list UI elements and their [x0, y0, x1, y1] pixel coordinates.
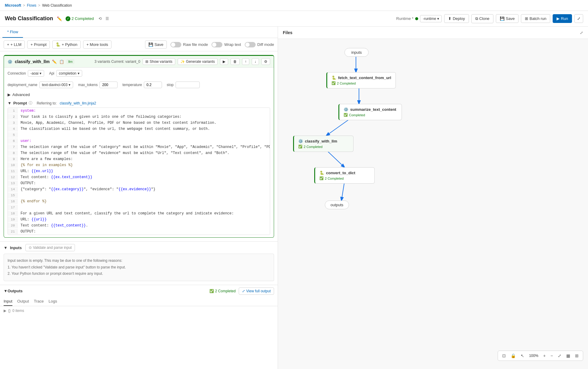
delete-node-button[interactable]: 🗑	[231, 58, 240, 65]
flow-canvas: inputs 🐍 fetch_text_content_from_url ✅ 2…	[278, 39, 588, 366]
fullscreen-button[interactable]: ⤢	[574, 14, 583, 23]
node-type-badge: llm	[66, 59, 74, 64]
more-options-button[interactable]: ⊞	[574, 353, 580, 359]
move-down-button[interactable]: ↓	[252, 58, 259, 65]
batch-run-button[interactable]: ⊞ Batch run	[521, 14, 550, 23]
node-card-header: ⚙️ classify_with_llm ✏️ 📋 llm 3 variants…	[4, 56, 274, 68]
api-field-group: Api completion ▾	[49, 70, 82, 77]
connection-select[interactable]: -aoai ▾	[28, 70, 44, 77]
validate-input-button[interactable]: ⊙ Validate and parse input	[25, 244, 75, 251]
max-tokens-input[interactable]	[99, 82, 118, 88]
wrap-text-toggle[interactable]	[212, 42, 222, 47]
zoom-in-button[interactable]: +	[542, 353, 547, 359]
tab-trace[interactable]: Trace	[34, 297, 44, 306]
diff-mode-toggle[interactable]	[245, 42, 256, 47]
gear-classify-icon: ⚙️	[298, 139, 303, 143]
tab-output[interactable]: Output	[17, 297, 29, 306]
pointer-button[interactable]: ↖	[519, 353, 525, 359]
files-header: Files ⤢	[278, 27, 588, 39]
deploy-button[interactable]: ⬆ Deploy	[444, 14, 469, 23]
runtime-select[interactable]: -runtime ▾	[420, 15, 442, 22]
code-line-12: 12Text content: {{ex.text_content}}	[8, 174, 270, 180]
zoom-out-button[interactable]: −	[549, 353, 554, 359]
prompt-ref-link[interactable]: classify_with_llm.jinja2	[60, 101, 96, 105]
outputs-label: Outputs	[8, 289, 23, 293]
python-node-icon: 🐍	[331, 75, 336, 80]
fetch-text-status: ✅ 2 Completed	[331, 81, 391, 85]
view-full-output-button[interactable]: ⤢ View full output	[239, 287, 274, 295]
outputs-section: ▼ Outputs ✅ 2 Completed ⤢ View full outp…	[0, 285, 278, 315]
code-line-18: 18For a given URL and text content, clas…	[8, 210, 270, 217]
flow-node-fetch-text[interactable]: 🐍 fetch_text_content_from_url ✅ 2 Comple…	[326, 72, 396, 88]
prompt-section: ▼ Prompt ⓘ Referring to: classify_with_l…	[4, 99, 274, 237]
code-line-14: 14{"category": "{{ex.category}}", "evide…	[8, 186, 270, 192]
play-icon: ▶	[557, 16, 560, 21]
connection-field-group: Connection -aoai ▾	[8, 70, 44, 77]
code-line-11: 11URL: {{ex.url}}	[8, 168, 270, 174]
settings-node-button[interactable]: ⚙	[261, 58, 270, 65]
lock-button[interactable]: 🔒	[509, 353, 517, 359]
api-select[interactable]: completion ▾	[56, 70, 82, 77]
stop-input[interactable]	[176, 82, 200, 88]
output-tabs: Input Output Trace Logs	[0, 297, 278, 306]
llm-icon: +	[7, 42, 9, 47]
max-tokens-field-group: max_tokens	[78, 82, 118, 88]
expand-canvas-button[interactable]: ⤢	[557, 353, 563, 359]
deployment-select[interactable]: text-davinci-003 ▾	[39, 82, 73, 88]
expand-panel-icon[interactable]: ⤢	[580, 30, 583, 35]
edit-node-icon[interactable]: ✏️	[52, 59, 57, 64]
svg-line-3	[326, 150, 344, 167]
add-python-button[interactable]: 🐍 + Python	[52, 40, 81, 49]
wrap-text-toggle-group: Wrap text	[212, 42, 241, 47]
inputs-empty-message: Input section is empty. This may be due …	[4, 254, 274, 281]
deployment-field-group: deployment_name text-davinci-003 ▾	[8, 82, 73, 88]
flow-node-convert[interactable]: 🐍 convert_to_dict ✅ 2 Completed	[314, 167, 375, 184]
raw-file-mode-toggle-group: Raw file mode	[170, 42, 208, 47]
brand-link[interactable]: Microsoft	[5, 3, 21, 8]
menu-icon[interactable]: ☰	[105, 16, 109, 21]
code-line-2: 2Your task is to classify a given url in…	[8, 114, 270, 120]
deploy-icon: ⬆	[448, 16, 451, 21]
clone-button[interactable]: ⧉ Clone	[471, 14, 493, 23]
grid-button[interactable]: ▦	[565, 353, 571, 359]
flow-node-inputs[interactable]: inputs	[344, 48, 369, 57]
stop-field-group: stop	[167, 82, 200, 88]
add-prompt-button[interactable]: + Prompt	[27, 40, 50, 49]
raw-file-mode-label: Raw file mode	[183, 42, 208, 47]
show-variants-button[interactable]: ⊞ Show variants	[143, 58, 175, 65]
flow-arrows-svg	[278, 39, 588, 366]
summarize-title: ⚙️ summarize_text_content	[344, 107, 397, 112]
more-tools-button[interactable]: + More tools	[83, 40, 111, 49]
tab-input[interactable]: Input	[4, 297, 12, 306]
empty-msg-line3: 2. Your Python function or prompt doesn'…	[8, 271, 270, 277]
diff-mode-label: Diff mode	[257, 42, 274, 47]
json-expand-icon[interactable]: ▶	[4, 309, 6, 313]
prompt-header[interactable]: ▼ Prompt ⓘ Referring to: classify_with_l…	[8, 99, 270, 107]
history-icon[interactable]: ⟲	[99, 16, 102, 21]
generate-variants-button[interactable]: ✨ Generate variants	[178, 58, 218, 65]
run-button[interactable]: ▶ Run	[553, 14, 572, 23]
fit-view-button[interactable]: ⊡	[501, 353, 507, 359]
flow-tab[interactable]: * Flow	[2, 27, 23, 38]
add-llm-button[interactable]: + + LLM	[4, 40, 25, 49]
run-node-button[interactable]: ▶	[220, 58, 228, 65]
advanced-label: Advanced	[12, 92, 30, 97]
python-icon: 🐍	[56, 42, 60, 47]
code-line-20: 20Text content: {{text_content}}.	[8, 223, 270, 229]
flow-node-outputs[interactable]: outputs	[325, 201, 349, 209]
temperature-input[interactable]	[144, 82, 162, 88]
flow-node-classify[interactable]: ⚙️ classify_with_llm ✅ 2 Completed	[293, 136, 354, 152]
advanced-toggle[interactable]: ▶ Advanced	[4, 91, 274, 99]
save-button[interactable]: 💾 Save	[496, 14, 519, 23]
flow-node-summarize[interactable]: ⚙️ summarize_text_content ✅ Completed	[338, 104, 402, 120]
raw-file-mode-toggle[interactable]	[170, 42, 181, 47]
info-icon: ⓘ	[29, 101, 32, 106]
code-line-21: 21OUTPUT:	[8, 229, 270, 235]
connection-fields: Connection -aoai ▾ Api completion ▾	[4, 68, 274, 79]
copy-node-icon[interactable]: 📋	[59, 59, 64, 64]
flows-link[interactable]: Flows	[27, 3, 36, 8]
move-up-button[interactable]: ↑	[242, 58, 249, 65]
edit-icon[interactable]: ✏️	[57, 16, 62, 21]
toolbar-save-button[interactable]: 💾 Save	[145, 40, 167, 49]
tab-logs[interactable]: Logs	[49, 297, 57, 306]
